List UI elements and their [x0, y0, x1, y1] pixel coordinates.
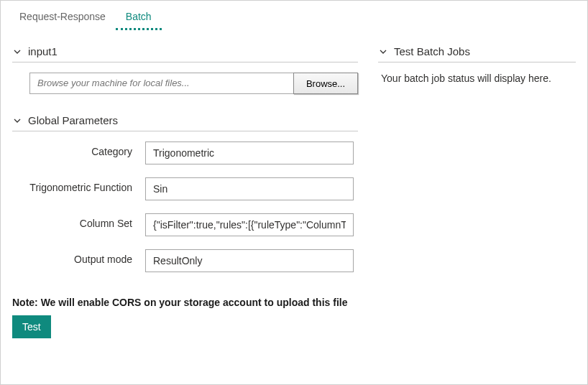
param-row-trig-function: Trigonometric Function — [12, 177, 358, 200]
section-title-global-params: Global Parameters — [28, 114, 118, 126]
label-trig-function: Trigonometric Function — [12, 177, 145, 193]
label-output-mode: Output mode — [12, 249, 145, 265]
param-row-category: Category — [12, 142, 358, 164]
file-path-input[interactable]: Browse your machine for local files... — [29, 73, 293, 94]
label-column-set: Column Set — [12, 213, 145, 229]
input-category[interactable] — [145, 142, 354, 164]
cors-note: Note: We will enable CORS on your storag… — [12, 297, 576, 308]
param-row-column-set: Column Set — [12, 213, 358, 236]
param-row-output-mode: Output mode — [12, 249, 358, 272]
chevron-down-icon — [12, 47, 22, 57]
section-title-test-jobs: Test Batch Jobs — [394, 45, 470, 57]
input-output-mode[interactable] — [145, 249, 354, 272]
tab-bar: Request-Response Batch — [1, 1, 587, 31]
chevron-down-icon — [12, 116, 22, 126]
section-header-input1[interactable]: input1 — [12, 40, 358, 62]
input-column-set[interactable] — [145, 213, 354, 236]
input-trig-function[interactable] — [145, 177, 354, 200]
tab-batch[interactable]: Batch — [116, 6, 162, 30]
file-picker-row: Browse your machine for local files... B… — [29, 73, 358, 94]
chevron-down-icon — [378, 47, 388, 57]
batch-status-text: Your batch job status will display here. — [378, 73, 576, 84]
tab-request-response[interactable]: Request-Response — [9, 6, 116, 30]
section-header-test-jobs[interactable]: Test Batch Jobs — [378, 40, 576, 62]
browse-button[interactable]: Browse... — [293, 73, 358, 94]
test-button[interactable]: Test — [12, 315, 51, 338]
section-title-input1: input1 — [28, 45, 58, 57]
section-header-global-params[interactable]: Global Parameters — [12, 108, 358, 131]
label-category: Category — [12, 142, 145, 157]
